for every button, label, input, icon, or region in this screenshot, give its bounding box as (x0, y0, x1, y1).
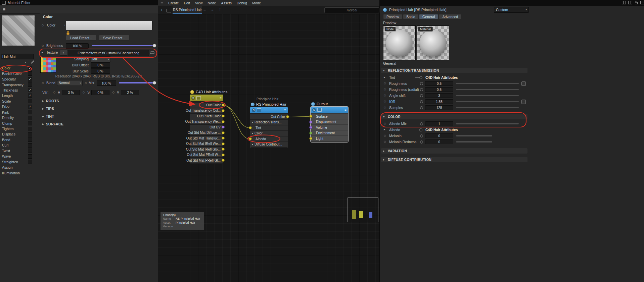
port-displacement[interactable]: Displacement (311, 119, 348, 124)
channel-item-transparency[interactable]: Transparency (0, 82, 40, 87)
caret-right-icon[interactable]: ▸ (42, 51, 43, 54)
port-light[interactable]: Light (311, 136, 348, 141)
material-preview-thumbnail[interactable]: Material (417, 25, 449, 60)
node-menu-icon[interactable]: ≡ (220, 96, 222, 100)
channel-checkbox[interactable]: ✓ (28, 88, 32, 92)
section-header-diffuse-contribution[interactable]: ▸DIFFUSE CONTRIBUTION (381, 157, 527, 162)
material-preview-thumbnail[interactable] (2, 15, 35, 46)
channel-item-bend[interactable]: Bend (0, 137, 40, 143)
group-tint[interactable]: ▸TINT (40, 113, 54, 119)
keyframe-circle-icon[interactable] (420, 88, 423, 91)
hue-variation-field[interactable]: 3 % (62, 90, 80, 95)
node-menu-icon[interactable]: ≡ (344, 108, 347, 112)
channel-item-wave[interactable]: Wave (0, 154, 40, 159)
diamond-icon[interactable]: ◇ (384, 134, 386, 137)
brightness-slider[interactable] (92, 45, 154, 46)
port-out-uv[interactable]: Out UV (190, 125, 223, 130)
attr-slider[interactable] (456, 107, 519, 108)
channel-item-displace[interactable]: Displace (0, 131, 40, 137)
attr-slider[interactable] (456, 123, 519, 124)
diamond-icon[interactable]: ◇ (384, 88, 386, 91)
channel-checkbox[interactable]: ✓ (28, 77, 32, 81)
color-swatch[interactable] (66, 21, 152, 30)
port-reflection-trans[interactable]: ▾Reflection/Trans... (250, 120, 288, 125)
channel-item-density[interactable]: Density (0, 115, 40, 120)
port-environment[interactable]: Environment (311, 130, 348, 135)
channel-checkbox[interactable]: ✓ (28, 94, 32, 98)
channel-item-backlit-color[interactable]: Backlit Color (0, 71, 40, 76)
node-c4d-hair-attributes[interactable]: C4D Hair Attributes S ≡ Out ColorOut Tra… (190, 89, 223, 164)
brightness-value-field[interactable]: 100 % (66, 43, 89, 49)
channel-item-tighten[interactable]: Tighten (0, 126, 40, 131)
keyframe-circle-icon[interactable] (420, 106, 423, 109)
attr-value-field[interactable]: 0.5 (425, 81, 453, 86)
port-out-color[interactable]: Out Color (190, 103, 223, 108)
port-dot-icon[interactable] (222, 126, 225, 129)
channel-checkbox[interactable] (28, 160, 32, 164)
port-dot-icon[interactable] (222, 159, 225, 162)
channel-item-twist[interactable]: Twist (0, 148, 40, 154)
menu-debug[interactable]: Debug (237, 1, 247, 5)
keyframe-circle-icon[interactable] (420, 82, 423, 85)
menu-view[interactable]: View (195, 1, 203, 5)
diamond-icon[interactable]: ◇ (384, 140, 386, 143)
port-out-std-mat-transluc[interactable]: Out Std Mat Transluc... (190, 136, 223, 141)
keyframe-circle-icon[interactable] (420, 100, 423, 103)
channel-checkbox[interactable] (28, 149, 32, 153)
port-dot-icon[interactable] (222, 148, 225, 151)
texture-link-icon[interactable] (521, 100, 526, 104)
port-out-std-mat-irefl-we[interactable]: Out Std Mat IRefl We... (190, 141, 223, 146)
menu-mode[interactable]: Mode (252, 1, 261, 5)
channel-checkbox[interactable] (28, 121, 32, 125)
preview-image-icon[interactable] (257, 108, 261, 112)
channel-checkbox[interactable]: ✓ (28, 105, 32, 109)
channel-checkbox[interactable] (28, 71, 32, 76)
keyframe-circle-icon[interactable] (420, 134, 423, 137)
attr-slider[interactable] (456, 135, 492, 136)
channel-checkbox[interactable] (28, 137, 32, 142)
mix-slider[interactable] (119, 82, 154, 83)
channel-item-clump[interactable]: Clump (0, 120, 40, 126)
node-header[interactable]: S ≡ (250, 107, 288, 113)
port-dot-icon[interactable] (222, 131, 225, 134)
attr-slider[interactable] (456, 141, 492, 143)
section-header-color[interactable]: ▾COLOR (381, 114, 527, 119)
menu-assets[interactable]: Assets (221, 1, 232, 5)
channel-item-color[interactable]: Color✓ (0, 65, 40, 71)
tab-basic[interactable]: Basic (403, 14, 418, 19)
lock-icon[interactable] (635, 1, 638, 5)
port-out-transparency-we[interactable]: Out Transparency We... (190, 119, 223, 124)
channel-checkbox[interactable] (28, 127, 32, 131)
attr-slider[interactable] (456, 89, 519, 90)
port-dot-icon[interactable] (222, 115, 225, 118)
node-header[interactable]: S ≡ (190, 95, 223, 101)
preview-node-chip[interactable]: Node (384, 27, 396, 32)
diamond-icon[interactable]: ◇ (384, 94, 386, 97)
attr-value-field[interactable]: 0 (425, 139, 453, 144)
port-tint[interactable]: Tint (250, 125, 288, 130)
diamond-icon[interactable]: ◇ (384, 122, 386, 125)
channel-checkbox[interactable]: ✓ (28, 66, 32, 70)
attr-value-field[interactable]: 0.5 (425, 87, 453, 92)
diamond-icon[interactable]: ◇ (384, 81, 386, 85)
port-out-std-mat-prefl-gl[interactable]: Out Std Mat PRefl Gl... (190, 158, 223, 163)
port-out-prefl-color[interactable]: Out PRefl Color (190, 114, 223, 119)
attr-value-field[interactable]: 0 (425, 133, 453, 138)
saturation-variation-field[interactable]: 0 % (91, 90, 109, 95)
save-preset-button[interactable]: Save Preset... (99, 35, 130, 41)
blur-scale-field[interactable]: 0 % (91, 68, 110, 74)
group-surface[interactable]: ▸SURFACE (40, 121, 63, 127)
value-variation-field[interactable]: 2 % (121, 90, 139, 95)
channel-checkbox[interactable] (28, 99, 32, 103)
port-dot-icon[interactable] (222, 104, 225, 107)
node-menu-icon[interactable]: ≡ (284, 108, 286, 112)
attr-link-value[interactable]: C4D Hair Attributes (425, 75, 458, 79)
diamond-icon[interactable]: ◇ (42, 44, 44, 47)
diamond-icon[interactable]: ◇ (384, 100, 386, 103)
port-albedo[interactable]: Albedo (250, 136, 288, 142)
attr-link-value[interactable]: C4D Hair Attributes (425, 128, 458, 132)
port-dot-icon[interactable] (249, 137, 252, 140)
port-dot-icon[interactable] (309, 115, 312, 118)
group-tips[interactable]: ▸TIPS (40, 106, 54, 112)
channel-checkbox[interactable] (28, 154, 32, 159)
